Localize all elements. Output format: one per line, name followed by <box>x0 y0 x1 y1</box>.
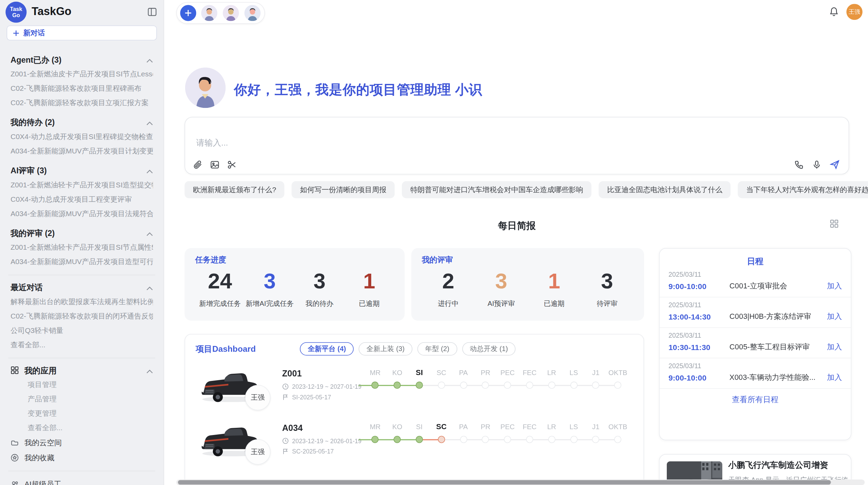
schedule-event-title: C003|H0B-方案冻结评审 <box>730 312 827 322</box>
sidebar-item[interactable]: A034-全新新能源MUV产品开发项目造型可行性评审 <box>11 255 153 269</box>
schedule-time: 9:00-10:00 <box>668 373 730 382</box>
join-button[interactable]: 加入 <box>827 373 842 383</box>
sidebar-item[interactable]: C0X4-动力总成开发项目工程变更评审 <box>11 192 153 207</box>
sidebar-app-item[interactable]: 产品管理 <box>11 392 153 407</box>
divider <box>8 358 155 359</box>
scrollbar-thumb[interactable] <box>178 480 831 485</box>
layout-grid-icon[interactable] <box>830 219 839 230</box>
sidebar-item[interactable]: Z001-全新燃油轻卡产品开发项目SI节点属性5D文件评审 <box>11 240 153 255</box>
schedule-time: 10:30-11:30 <box>668 343 730 352</box>
stat: 1已逾期 <box>528 269 580 308</box>
attachment-icon[interactable] <box>193 160 202 169</box>
chat-input[interactable] <box>195 137 696 148</box>
milestone: LS <box>563 421 584 447</box>
dashboard-header: 项目Dashboard 全新平台 (4)全新上装 (3)年型 (2)动总开发 (… <box>185 335 643 356</box>
sidebar-section-header[interactable]: AI评审 (3) <box>11 165 153 176</box>
suggestion-chip[interactable]: 当下年轻人对汽车外观有怎样的喜好趋势 <box>738 181 868 198</box>
sidebar-item[interactable]: C02-飞腾新能源轻客改款项目里程碑画布 <box>11 82 153 96</box>
schedule-list: 2025/03/119:00-10:00C001-立项审批会加入2025/03/… <box>660 267 851 389</box>
microphone-icon[interactable] <box>812 160 821 169</box>
milestone-dot <box>526 382 533 389</box>
milestone-dot <box>504 436 511 443</box>
project-flag-date: SC-2025-05-17 <box>282 448 334 455</box>
sidebar-section-header[interactable]: 我的待办 (2) <box>11 117 153 128</box>
milestone: SI <box>408 421 430 447</box>
sidebar-section-header[interactable]: Agent已办 (3) <box>11 55 153 65</box>
horizontal-scrollbar <box>176 480 865 485</box>
milestone-dot <box>592 382 599 389</box>
sidebar-section-header[interactable]: 我的应用 <box>11 365 153 376</box>
star-icon <box>11 453 19 462</box>
chat-input-card <box>184 117 849 174</box>
milestone: FEC <box>519 367 541 393</box>
milestone: SI <box>408 367 430 393</box>
sidebar-header: Task Go TaskGo <box>0 0 164 24</box>
sidebar-item[interactable]: C0X4-动力总成开发项目SI里程碑提交物检查 <box>11 129 153 144</box>
agent-avatar-3[interactable] <box>244 4 261 22</box>
stat: 3新增AI完成任务 <box>245 269 294 308</box>
sidebar-section-header[interactable]: 最近对话 <box>11 283 153 293</box>
sidebar-item[interactable]: C02-飞腾新能源轻客改款项目立项汇报方案 <box>11 96 153 110</box>
stat: 3待评审 <box>581 269 634 308</box>
stat-label: 进行中 <box>422 299 474 308</box>
join-button[interactable]: 加入 <box>827 342 842 352</box>
sidebar-item[interactable]: Z001-全新燃油轻卡产品开发项目SI造型提交物评审 <box>11 178 153 192</box>
phone-icon[interactable] <box>794 160 804 169</box>
project-row[interactable]: 王强Z0012023-12-19 ~ 2027-01-19SI-2025-05-… <box>185 361 644 415</box>
sidebar-section-header[interactable]: 我的评审 (2) <box>11 228 153 239</box>
sidebar-item[interactable]: A034-全新新能源MUV产品开发项目法规符合性评审 <box>11 207 153 221</box>
sidebar-item-star[interactable]: 我的收藏 <box>11 450 153 465</box>
suggestion-chip[interactable]: 比亚迪全固态电池计划具体说了什么 <box>599 181 731 198</box>
milestone-dot <box>394 436 401 443</box>
project-row[interactable]: 王强A0342023-12-19 ~ 2026-01-19SC-2025-05-… <box>185 415 644 469</box>
sidebar-item[interactable]: Z001-全新燃油皮卡产品开发项目SI节点Lesson Learn报告 <box>11 67 153 82</box>
milestone-dot <box>482 382 489 389</box>
grid-icon <box>11 366 19 376</box>
app-window: Task Go TaskGo 新对话 Agent已办 (3)Z001-全新燃油皮… <box>0 0 868 485</box>
sidebar-app-item[interactable]: 查看全部... <box>11 421 153 435</box>
stat-value: 3 <box>475 269 528 294</box>
briefing-title: 每日简报 <box>184 219 849 232</box>
agent-avatar-2[interactable] <box>222 4 239 22</box>
milestone-dot <box>394 382 401 389</box>
sidebar-item[interactable]: 解释最新出台的欧盟报废车法规再生塑料比例被调至15%... <box>11 295 153 309</box>
send-icon[interactable] <box>830 160 840 170</box>
milestone: KO <box>386 421 408 447</box>
view-all-schedule-link[interactable]: 查看所有日程 <box>660 395 851 405</box>
sidebar-item[interactable]: C02-飞腾新能源轻客改款项目的闭环通告反馈情况 <box>11 309 153 323</box>
schedule-item: 2025/03/119:00-10:00X003-车辆动力学性能验...加入 <box>660 358 851 389</box>
image-icon[interactable] <box>210 160 219 169</box>
schedule-item: 2025/03/1110:30-11:30C005-整车工程目标评审加入 <box>660 328 851 358</box>
dashboard-filter-chip[interactable]: 年型 (2) <box>417 342 457 356</box>
suggestion-chip[interactable]: 如何写一份清晰的项目周报 <box>292 181 395 198</box>
new-chat-button[interactable]: 新对话 <box>7 25 157 40</box>
sidebar-item[interactable]: 公司Q3轻卡销量 <box>11 323 153 338</box>
add-session-button[interactable] <box>180 5 196 21</box>
new-chat-label: 新对话 <box>23 28 45 38</box>
notification-bell-icon[interactable] <box>829 7 839 19</box>
dashboard-filter-chip[interactable]: 全新上装 (3) <box>359 342 412 356</box>
sidebar-collapse-icon[interactable] <box>147 7 157 19</box>
suggestion-chip[interactable]: 特朗普可能对进口汽车增税会对中国车企造成哪些影响 <box>402 181 592 198</box>
milestone-strip: MRKOSISCPAPRPECFECLRLSJ1OKTB <box>364 421 629 447</box>
join-button[interactable]: 加入 <box>827 312 842 322</box>
stat-label: AI预评审 <box>475 299 528 308</box>
sidebar-app-item[interactable]: 变更管理 <box>11 407 153 421</box>
agent-avatar-1[interactable] <box>201 4 218 22</box>
sidebar-item-drive[interactable]: 我的云空间 <box>11 435 153 450</box>
join-button[interactable]: 加入 <box>827 281 842 291</box>
milestone: J1 <box>585 367 607 393</box>
scissors-icon[interactable] <box>227 160 237 169</box>
schedule-date: 2025/03/11 <box>668 301 842 309</box>
suggestion-chip[interactable]: 欧洲新规最近颁布了什么? <box>184 181 284 198</box>
sidebar-tool-users[interactable]: AI超级员工 <box>11 477 153 485</box>
stat: 3AI预评审 <box>475 269 528 308</box>
chevron-up-icon <box>146 166 153 175</box>
sidebar-item[interactable]: A034-全新新能源MUV产品开发项目计划变更表编写 <box>11 144 153 158</box>
milestone: OKTB <box>607 421 629 447</box>
sidebar-item[interactable]: 查看全部... <box>11 338 153 352</box>
sidebar-app-item[interactable]: 项目管理 <box>11 378 153 392</box>
dashboard-filter-chip[interactable]: 动总开发 (1) <box>462 342 516 356</box>
dashboard-filter-chip[interactable]: 全新平台 (4) <box>300 342 353 356</box>
user-avatar[interactable]: 王强 <box>846 4 863 20</box>
